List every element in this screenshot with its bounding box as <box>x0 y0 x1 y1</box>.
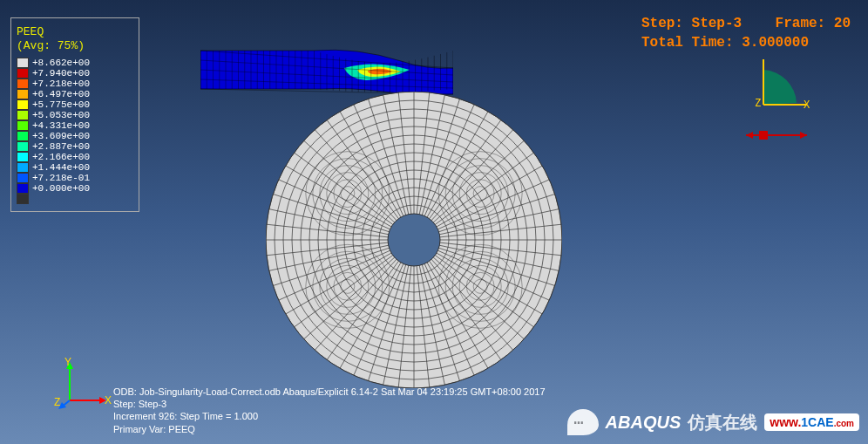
svg-marker-4 <box>800 132 807 139</box>
legend-value: +5.053e+00 <box>32 110 90 120</box>
watermark: ABAQUS 仿真在线 www.1CAE.com <box>567 409 859 435</box>
legend-swatch <box>17 79 29 89</box>
svg-marker-3 <box>746 132 753 139</box>
legend-swatch <box>17 110 29 120</box>
axis-x-label: X <box>105 394 112 406</box>
legend-row: +6.497e+00 <box>17 89 133 99</box>
legend-row: +7.940e+00 <box>17 68 133 79</box>
legend-row: +2.887e+00 <box>17 141 133 152</box>
step-info: Step: Step-3 Frame: 20 Total Time: 3.000… <box>641 14 851 53</box>
watermark-chinese: 仿真在线 <box>688 411 757 434</box>
frame-label: Frame: 20 <box>776 16 851 31</box>
axis-x-label: X <box>804 99 810 111</box>
step-line1: Step: Step-3 <box>113 398 258 410</box>
deformed-beam <box>200 44 453 96</box>
legend-row: +4.331e+00 <box>17 120 133 131</box>
legend-value: +3.609e+00 <box>32 131 90 141</box>
wechat-icon <box>567 409 599 435</box>
legend-swatch <box>17 58 29 68</box>
legend-swatch <box>17 131 29 141</box>
step-label: Step: Step-3 <box>641 16 742 31</box>
legend-value: +1.444e+00 <box>32 162 90 173</box>
legend-value: +4.331e+00 <box>32 120 90 131</box>
legend-row: +5.053e+00 <box>17 110 133 120</box>
odb-info: ODB: Job-Singularity-Load-Correct.odb Ab… <box>113 386 546 397</box>
axis-z-label: Z <box>755 97 761 109</box>
legend-items: +8.662e+00+7.940e+00+7.218e+00+6.497e+00… <box>17 58 133 204</box>
legend-value: +7.940e+00 <box>32 68 90 79</box>
legend-value: +8.662e+00 <box>32 58 90 68</box>
legend-swatch <box>17 162 29 173</box>
legend-value: +2.887e+00 <box>32 141 90 152</box>
legend-swatch <box>17 120 29 131</box>
legend-box: PEEQ (Avg: 75%) +8.662e+00+7.940e+00+7.2… <box>10 17 139 212</box>
legend-row: +3.609e+00 <box>17 131 133 141</box>
svg-point-152 <box>388 214 440 266</box>
legend-swatch <box>17 141 29 152</box>
legend-row: +1.444e+00 <box>17 162 133 173</box>
legend-row <box>17 194 133 204</box>
cae-badge: www.1CAE.com <box>764 413 859 431</box>
step-line2: Increment 926: Step Time = 1.000 <box>113 410 258 422</box>
legend-value: +5.775e+00 <box>32 99 90 110</box>
legend-swatch <box>17 194 29 204</box>
legend-swatch <box>17 68 29 79</box>
watermark-brand: ABAQUS <box>606 413 682 433</box>
legend-swatch <box>17 99 29 110</box>
legend-row: +7.218e+00 <box>17 79 133 89</box>
wheel-mesh <box>266 92 562 388</box>
legend-row: +7.218e-01 <box>17 173 133 183</box>
legend-value: +7.218e+00 <box>32 79 90 89</box>
viewport-model[interactable] <box>200 44 671 384</box>
legend-swatch <box>17 89 29 99</box>
step-line3: Primary Var: PEEQ <box>113 423 258 435</box>
legend-row: +2.166e+00 <box>17 152 133 162</box>
svg-rect-5 <box>759 131 768 140</box>
legend-value: +2.166e+00 <box>32 152 90 162</box>
axis-y-label: Y <box>64 357 71 368</box>
legend-row: +8.662e+00 <box>17 58 133 68</box>
step-detail: Step: Step-3 Increment 926: Step Time = … <box>113 398 258 435</box>
legend-value: +7.218e-01 <box>32 173 90 183</box>
legend-swatch <box>17 173 29 183</box>
legend-value: +6.497e+00 <box>32 89 90 99</box>
legend-row: +5.775e+00 <box>17 99 133 110</box>
view-orientation-triad[interactable]: Z X <box>746 52 816 140</box>
legend-title: PEEQ <box>17 25 133 39</box>
legend-value: +0.000e+00 <box>32 183 90 194</box>
legend-swatch <box>17 183 29 194</box>
legend-subtitle: (Avg: 75%) <box>17 39 133 53</box>
legend-row: +0.000e+00 <box>17 183 133 194</box>
axis-z-label: Z <box>54 396 60 408</box>
legend-swatch <box>17 152 29 162</box>
global-triad: Y X Z <box>52 357 113 418</box>
